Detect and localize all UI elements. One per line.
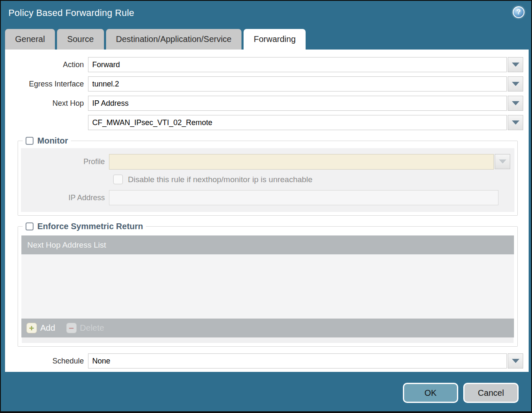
tab-destination-application-service[interactable]: Destination/Application/Service [106,29,242,50]
chevron-down-icon [499,159,506,164]
next-hop-address-list-table: Next Hop Address List + Add − Delete [21,235,514,343]
tab-source[interactable]: Source [57,29,104,50]
cancel-button[interactable]: Cancel [463,383,519,403]
schedule-label: Schedule [5,357,88,366]
profile-input [109,154,494,170]
tab-bar: General Source Destination/Application/S… [5,29,306,50]
monitor-section-body: Profile Disable this rule if nexthop/mon… [21,148,514,212]
tab-general[interactable]: General [5,29,55,50]
dialog-footer: OK Cancel [403,383,519,403]
next-hop-address-row [5,115,523,130]
chevron-down-icon [512,82,519,86]
egress-interface-row: Egress Interface [5,76,523,91]
action-label: Action [5,60,88,69]
policy-based-forwarding-dialog: Policy Based Forwarding Rule ? General S… [0,0,532,413]
tab-forwarding[interactable]: Forwarding [244,29,306,50]
dialog-title: Policy Based Forwarding Rule [8,8,134,18]
profile-dropdown-button [495,154,510,169]
profile-label: Profile [21,157,109,166]
plus-icon: + [26,323,37,333]
next-hop-row: Next Hop [5,96,523,111]
egress-interface-input[interactable] [88,76,507,91]
table-bottom-strip [22,337,514,343]
egress-interface-dropdown-button[interactable] [508,76,523,91]
action-input[interactable] [88,57,507,72]
monitor-ip-address-label: IP Address [21,193,109,202]
enforce-symmetric-return-fieldset: Enforce Symmetric Return Next Hop Addres… [18,222,518,347]
action-dropdown-button[interactable] [508,57,523,72]
chevron-down-icon [512,120,519,125]
enforce-symmetric-return-legend-label: Enforce Symmetric Return [37,222,143,231]
monitor-ip-address-row: IP Address [21,190,510,205]
next-hop-dropdown-button[interactable] [508,96,523,111]
minus-icon: − [66,323,77,333]
enforce-symmetric-return-checkbox[interactable] [26,222,34,230]
next-hop-address-list-body[interactable] [21,254,514,319]
dialog-titlebar: Policy Based Forwarding Rule ? [1,1,531,27]
next-hop-address-dropdown-button[interactable] [508,115,523,130]
next-hop-label: Next Hop [5,99,88,108]
disable-rule-row: Disable this rule if nexthop/monitor ip … [113,175,510,184]
action-row: Action [5,57,523,72]
schedule-dropdown-button[interactable] [508,353,523,369]
disable-rule-checkbox [113,175,123,184]
disable-rule-label: Disable this rule if nexthop/monitor ip … [128,175,312,184]
chevron-down-icon [512,63,519,67]
monitor-legend-label: Monitor [37,136,68,146]
next-hop-address-list-header: Next Hop Address List [21,235,514,254]
add-button[interactable]: + Add [26,323,55,333]
profile-row: Profile [21,154,510,170]
next-hop-type-input[interactable] [88,96,507,111]
forwarding-tab-panel: Action Egress Interface Next Hop [5,50,529,372]
schedule-input[interactable] [88,353,507,369]
delete-button-label: Delete [80,323,104,333]
monitor-fieldset: Monitor Profile Disable this rule if nex… [18,136,518,216]
help-icon[interactable]: ? [513,6,524,18]
egress-interface-label: Egress Interface [5,80,88,89]
delete-button: − Delete [66,323,104,333]
chevron-down-icon [512,101,519,105]
chevron-down-icon [512,359,519,363]
monitor-ip-address-input [109,190,498,205]
monitor-legend: Monitor [23,136,71,146]
schedule-row: Schedule [5,353,523,369]
next-hop-address-list-toolbar: + Add − Delete [21,319,514,337]
next-hop-address-input[interactable] [88,115,507,130]
add-button-label: Add [40,323,55,333]
ok-button[interactable]: OK [403,383,458,403]
monitor-checkbox[interactable] [26,137,34,145]
enforce-symmetric-return-legend: Enforce Symmetric Return [23,222,146,231]
